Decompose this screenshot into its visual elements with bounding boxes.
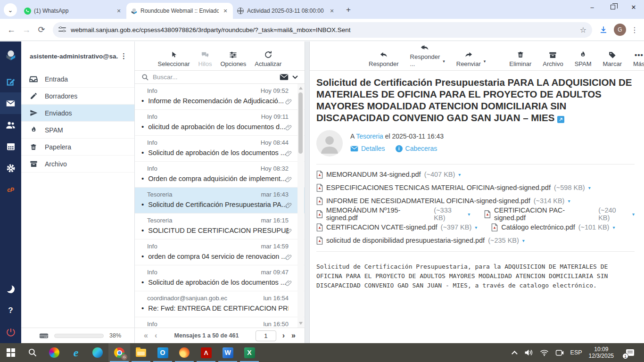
message-row[interactable]: coordinador@sanjuan.gob.eclun 16:54 •Re:… <box>135 291 305 317</box>
delete-button[interactable]: Eliminar <box>509 49 531 67</box>
attachment-item[interactable]: MEMORÁNDUM Nº195-signed.pdf(~333 KB)▾ <box>316 207 470 221</box>
notification-center-button[interactable]: 1 <box>620 343 639 362</box>
folder-spam[interactable]: SPAM <box>21 122 134 139</box>
language-indicator[interactable]: ESP <box>570 349 582 356</box>
attachment-item[interactable]: Catálogo electrónico.pdf(~101 KB)▾ <box>491 221 615 234</box>
minimize-button[interactable]: – <box>582 0 603 14</box>
reload-button[interactable]: ⟳ <box>34 22 49 37</box>
firefox-button[interactable] <box>173 343 195 362</box>
message-row[interactable]: InfoHoy 09:52 •Informe de Recomendación … <box>135 84 305 110</box>
message-row[interactable]: InfoHoy 09:11 •olicitud de aprobación de… <box>135 110 305 136</box>
file-explorer-button[interactable] <box>130 343 152 362</box>
chevron-down-icon[interactable]: ▾ <box>568 198 570 204</box>
folder-borradores[interactable]: Borradores <box>21 88 134 105</box>
attachment-item[interactable]: CERTIFICACION VCATE-signed.pdf(~397 KB)▾ <box>316 221 477 234</box>
first-page-button[interactable]: « <box>140 331 151 340</box>
reply-button[interactable]: Responder <box>369 49 399 67</box>
chevron-down-icon[interactable]: ▾ <box>484 59 486 64</box>
recipient-link[interactable]: Tesoreria <box>356 132 383 140</box>
chevron-down-icon[interactable]: ▾ <box>475 225 477 230</box>
acrobat-button[interactable]: Λ <box>195 343 217 362</box>
message-row[interactable]: Infomar 14:59 •orden de compra 04 servic… <box>135 239 305 265</box>
mail-nav-button[interactable] <box>0 92 21 114</box>
attachment-item[interactable]: CERTIFICACION PAC-signed.pdf(~240 KB)▾ <box>484 207 635 221</box>
page-number-input[interactable] <box>256 330 276 341</box>
tab-search-button[interactable]: ⌄ <box>4 3 17 16</box>
spam-button[interactable]: SPAM <box>575 49 592 67</box>
outlook-button[interactable]: O <box>152 343 173 362</box>
folder-entrada[interactable]: Entrada <box>21 71 134 88</box>
close-icon[interactable]: ✕ <box>115 7 123 15</box>
forward-button[interactable]: Reenviar <box>456 49 481 67</box>
restore-button[interactable] <box>603 0 623 14</box>
search-input[interactable] <box>153 74 276 81</box>
message-row[interactable]: InfoHoy 08:44 •Solicitud de aprobación d… <box>135 136 305 162</box>
more-button[interactable]: ••• Más <box>633 49 644 67</box>
help-button[interactable]: ? <box>0 300 21 321</box>
forward-button[interactable]: → <box>19 22 34 37</box>
settings-nav-button[interactable] <box>0 157 21 179</box>
message-row[interactable]: Tesoreriamar 16:15 •SOLICITUD DE CERTIFI… <box>135 214 305 239</box>
attachment-item[interactable]: MEMORANDUM 34-signed.pdf(~407 KB)▾ <box>316 168 461 181</box>
copilot-button[interactable] <box>43 343 65 362</box>
details-toggle[interactable]: Detalles <box>350 145 385 152</box>
tab-whatsapp[interactable]: (1) WhatsApp ✕ <box>20 3 126 19</box>
chevron-down-icon[interactable] <box>292 75 298 79</box>
message-row[interactable]: InfoHoy 08:32 •Orden de compra adquisici… <box>135 162 305 188</box>
chevron-down-icon[interactable]: ▾ <box>468 212 470 217</box>
select-button[interactable]: Seleccionar <box>158 49 190 67</box>
close-icon[interactable]: ✕ <box>328 7 336 15</box>
tab-actividad[interactable]: Actividad 2025-03-11 08:00:00 ✕ <box>233 3 339 19</box>
site-settings-icon[interactable] <box>58 26 66 33</box>
browser-profile-avatar[interactable]: G <box>614 24 626 36</box>
headers-toggle[interactable]: i Cabeceras <box>396 145 438 152</box>
wifi-icon[interactable] <box>540 349 549 356</box>
bookmark-star-icon[interactable]: ☆ <box>580 25 586 34</box>
options-button[interactable]: Opciones <box>220 49 246 67</box>
volume-icon[interactable] <box>524 349 533 356</box>
cpanel-icon[interactable]: cP <box>0 179 21 201</box>
folder-papelera[interactable]: Papelera <box>21 139 134 156</box>
account-menu-icon[interactable]: ⋮ <box>118 52 130 60</box>
message-row[interactable]: Infomar 09:47 •Solicitud de aprobación d… <box>135 265 305 291</box>
start-button[interactable] <box>0 343 22 362</box>
chevron-down-icon[interactable]: ▾ <box>443 59 445 64</box>
calendar-nav-button[interactable] <box>0 136 21 157</box>
logout-button[interactable] <box>0 321 21 343</box>
chrome-button[interactable]: G <box>108 343 130 362</box>
search-scope-mail-icon[interactable] <box>280 74 289 81</box>
downloads-icon[interactable] <box>596 22 611 37</box>
address-bar[interactable]: webmail.sanjuan.gob.ec/cpsess4380978826/… <box>53 22 592 38</box>
contacts-nav-button[interactable] <box>0 114 21 136</box>
chevron-down-icon[interactable]: ▾ <box>612 225 615 230</box>
chevron-down-icon[interactable]: ▾ <box>588 185 591 190</box>
close-window-button[interactable]: ✕ <box>623 0 644 14</box>
back-button[interactable]: ← <box>4 22 19 37</box>
refresh-button[interactable]: Actualizar <box>255 49 281 67</box>
attachment-item[interactable]: solicitud de disponibilidad presupuestar… <box>316 234 525 247</box>
threads-button[interactable]: Hilos <box>198 49 212 67</box>
reply-all-button[interactable]: Responder ... <box>410 42 440 67</box>
last-page-button[interactable]: » <box>288 331 299 340</box>
dark-mode-button[interactable] <box>0 278 21 300</box>
taskbar-search[interactable] <box>22 343 43 362</box>
folder-enviados[interactable]: Enviados <box>21 105 134 122</box>
excel-button[interactable]: X <box>239 343 260 362</box>
attachment-item[interactable]: ESPECIFICACIONES TECNICAS MATERIAL OFICI… <box>316 181 591 194</box>
prev-page-button[interactable]: ‹ <box>151 331 160 340</box>
message-row-selected[interactable]: Tesoreriamar 16:43 •Solicitud de Certifi… <box>135 188 305 214</box>
close-icon[interactable]: ✕ <box>222 7 229 15</box>
list-scrollbar[interactable] <box>297 84 304 328</box>
internet-explorer-button[interactable]: e <box>65 343 87 362</box>
folder-archivo[interactable]: Archivo <box>21 156 134 173</box>
taskbar-clock[interactable]: 10:09 12/3/2025 <box>589 346 614 359</box>
next-page-button[interactable]: › <box>279 331 288 340</box>
archive-button[interactable]: Archivo <box>543 49 563 67</box>
url-text[interactable]: webmail.sanjuan.gob.ec/cpsess4380978826/… <box>71 26 580 33</box>
scrollbar-thumb[interactable] <box>298 92 303 154</box>
meet-now-icon[interactable] <box>555 349 564 356</box>
browser-menu-icon[interactable]: ⋮ <box>629 25 640 34</box>
new-tab-button[interactable]: + <box>342 4 355 16</box>
mark-button[interactable]: Marcar <box>603 49 622 67</box>
edge-button[interactable] <box>87 343 108 362</box>
